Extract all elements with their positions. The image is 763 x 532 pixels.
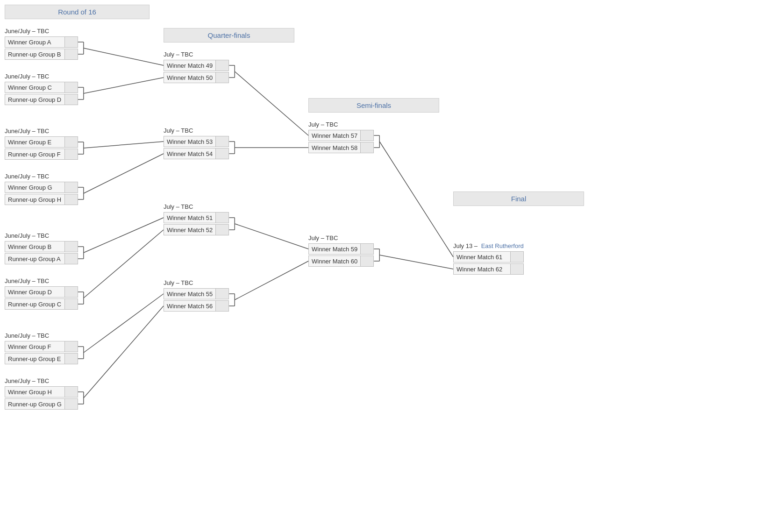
r16-score-6a	[64, 287, 78, 297]
sf-matches: July – TBC Winner Match 57 Winner Match …	[308, 117, 374, 276]
r16-team-2b: Runner-up Group D	[5, 94, 78, 105]
r16-match-7: Winner Group F Runner-up Group E	[5, 341, 78, 365]
qf-group-1: July – TBC Winner Match 49 Winner Match …	[164, 47, 229, 86]
r16-team-8a: Winner Group H	[5, 386, 78, 397]
r16-score-8b	[64, 399, 78, 409]
sf-score-1b	[360, 142, 373, 153]
r16-score-7a	[64, 341, 78, 352]
qf-score-4b	[215, 301, 228, 311]
qf-score-2b	[215, 149, 228, 159]
r16-score-1a	[64, 37, 78, 47]
final-column: Final July 13 – East Rutherford Winner M…	[453, 5, 584, 419]
r16-score-3b	[64, 149, 78, 159]
final-team-1: Winner Match 61	[453, 251, 524, 262]
qf-team-3b: Winner Match 52	[164, 224, 229, 235]
r16-match-5: Winner Group B Runner-up Group A	[5, 241, 78, 265]
qf-team-4b-name: Winner Match 56	[164, 303, 215, 310]
qf-date-2: July – TBC	[164, 127, 229, 134]
qf-team-2a-name: Winner Match 53	[164, 138, 215, 145]
r16-score-1b	[64, 49, 78, 59]
r16-team-8b-name: Runner-up Group G	[5, 401, 64, 408]
qf-date-4: July – TBC	[164, 279, 229, 286]
sf-team-2a: Winner Match 59	[308, 243, 374, 255]
qf-team-1b: Winner Match 50	[164, 72, 229, 83]
r16-date-8: June/July – TBC	[5, 377, 78, 384]
qf-score-3a	[215, 213, 228, 223]
r16-score-2a	[64, 82, 78, 92]
sf-team-1a: Winner Match 57	[308, 130, 374, 141]
r16-team-3b-name: Runner-up Group F	[5, 151, 64, 158]
r16-date-7: June/July – TBC	[5, 332, 78, 339]
r16-pairs: June/July – TBC Winner Group A Runner-up…	[5, 24, 78, 419]
r16-team-4b-name: Runner-up Group H	[5, 196, 64, 203]
r16-match-2: Winner Group C Runner-up Group D	[5, 82, 78, 106]
qf-team-4a: Winner Match 55	[164, 288, 229, 299]
qf-matches: July – TBC Winner Match 49 Winner Match …	[164, 47, 229, 321]
sf-score-1a	[360, 130, 373, 141]
qf-match-2: Winner Match 53 Winner Match 54	[164, 136, 229, 160]
sf-team-1b: Winner Match 58	[308, 142, 374, 153]
r16-team-6a: Winner Group D	[5, 286, 78, 298]
round-of-16-column: Round of 16 June/July – TBC Winner Group…	[5, 5, 150, 419]
r16-group-3: June/July – TBC Winner Group E Runner-up…	[5, 124, 78, 163]
qf-team-1a: Winner Match 49	[164, 60, 229, 71]
r16-team-2b-name: Runner-up Group D	[5, 96, 64, 103]
final-score-2	[510, 264, 523, 274]
sf-match-1: Winner Match 57 Winner Match 58	[308, 130, 374, 154]
sf-team-2b: Winner Match 60	[308, 255, 374, 267]
r16-match-1: Winner Group A Runner-up Group B	[5, 36, 78, 61]
r16-score-8a	[64, 387, 78, 397]
r16-date-2: June/July – TBC	[5, 73, 78, 80]
final-team-1-name: Winner Match 61	[454, 254, 510, 261]
r16-team-7b-name: Runner-up Group E	[5, 355, 64, 362]
r16-team-5a-name: Winner Group B	[5, 243, 64, 250]
final-date: July 13 – East Rutherford	[453, 242, 524, 249]
qf-match-4: Winner Match 55 Winner Match 56	[164, 288, 229, 312]
sf-group-1: July – TBC Winner Match 57 Winner Match …	[308, 117, 374, 156]
r16-team-7a: Winner Group F	[5, 341, 78, 352]
r16-group-8: June/July – TBC Winner Group H Runner-up…	[5, 374, 78, 412]
r16-team-2a-name: Winner Group C	[5, 84, 64, 91]
final-score-1	[510, 252, 523, 262]
r16-team-6b: Runner-up Group C	[5, 298, 78, 310]
r16-team-6a-name: Winner Group D	[5, 289, 64, 296]
qf-group-2: July – TBC Winner Match 53 Winner Match …	[164, 123, 229, 162]
spacer-1	[5, 114, 78, 124]
final-date-text: July 13 –	[453, 242, 478, 249]
r16-match-8: Winner Group H Runner-up Group G	[5, 386, 78, 411]
r16-team-6b-name: Runner-up Group C	[5, 301, 64, 308]
qf-date-3: July – TBC	[164, 203, 229, 210]
r16-group-4: June/July – TBC Winner Group G Runner-up…	[5, 169, 78, 208]
r16-team-7a-name: Winner Group F	[5, 343, 64, 350]
qf-score-4a	[215, 289, 228, 299]
r16-score-4b	[64, 194, 78, 205]
qf-team-3a-name: Winner Match 51	[164, 214, 215, 221]
r16-header: Round of 16	[5, 5, 150, 19]
final-match-pair: Winner Match 61 Winner Match 62	[453, 251, 524, 276]
qf-team-3a: Winner Match 51	[164, 212, 229, 223]
qf-header: Quarter-finals	[164, 28, 294, 43]
r16-team-2a: Winner Group C	[5, 82, 78, 93]
r16-team-8a-name: Winner Group H	[5, 389, 64, 396]
qf-team-4b: Winner Match 56	[164, 300, 229, 312]
r16-team-4a: Winner Group G	[5, 182, 78, 193]
sf-date-1: July – TBC	[308, 121, 374, 128]
sf-score-2a	[360, 244, 373, 254]
sf-team-2a-name: Winner Match 59	[309, 246, 360, 253]
r16-team-3a-name: Winner Group E	[5, 139, 64, 146]
r16-team-5a: Winner Group B	[5, 241, 78, 252]
qf-group-3: July – TBC Winner Match 51 Winner Match …	[164, 199, 229, 238]
sf-team-1b-name: Winner Match 58	[309, 144, 360, 151]
r16-team-5b: Runner-up Group A	[5, 253, 78, 264]
r16-team-1a-name: Winner Group A	[5, 39, 64, 46]
sf-score-2b	[360, 256, 373, 266]
r16-team-3a: Winner Group E	[5, 136, 78, 148]
r16-date-5: June/July – TBC	[5, 232, 78, 239]
final-match: July 13 – East Rutherford Winner Match 6…	[453, 211, 524, 284]
r16-date-6: June/July – TBC	[5, 277, 78, 284]
r16-date-3: June/July – TBC	[5, 128, 78, 135]
sf-match-2: Winner Match 59 Winner Match 60	[308, 243, 374, 268]
r16-score-7b	[64, 354, 78, 364]
sf-team-2b-name: Winner Match 60	[309, 258, 360, 265]
qf-team-2a: Winner Match 53	[164, 136, 229, 147]
